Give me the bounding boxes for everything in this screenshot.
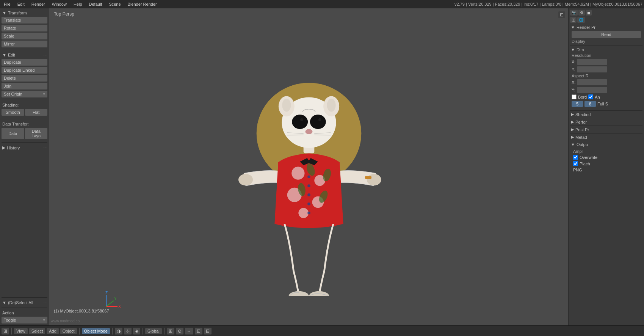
size-8-input[interactable] [584, 101, 596, 107]
r-divider-2 [570, 109, 642, 109]
engine-selector[interactable]: Blender Render [125, 2, 159, 6]
divider-5 [2, 297, 47, 298]
world-icon[interactable]: 🌐 [577, 17, 585, 23]
shading-label: Shading: [2, 102, 47, 108]
viewport[interactable]: Top Persp [49, 8, 568, 325]
metadata-collapse[interactable]: ▶ Metad [570, 133, 642, 141]
render-section-header[interactable]: ▼ Render Pr [570, 24, 642, 30]
res-y-label: Y: [572, 67, 575, 72]
smooth-button[interactable]: Smooth [2, 109, 24, 116]
snapping-icon[interactable]: ⊞ [167, 328, 174, 334]
res-x-row: X: [570, 58, 642, 66]
placeholders-checkbox[interactable] [573, 161, 578, 166]
dimensions-header[interactable]: ▼ Dim [570, 47, 642, 53]
ampl-label: Ampl [572, 149, 641, 154]
divider-3 [2, 119, 47, 119]
svg-text:X: X [118, 305, 121, 309]
duplicate-linked-button[interactable]: Duplicate Linked [2, 67, 47, 74]
res-y-input[interactable] [577, 66, 607, 72]
anti-alias-checkbox[interactable] [588, 94, 593, 99]
flat-button[interactable]: Flat [25, 109, 48, 116]
format-row: PNG [572, 167, 641, 173]
settings-icon[interactable]: ⚙ [578, 10, 585, 16]
border-checkbox[interactable] [572, 94, 577, 99]
size-5-input[interactable] [572, 101, 583, 107]
history-section-header[interactable]: ▶ History ··· [2, 144, 47, 151]
menu-render[interactable]: Render [29, 2, 47, 6]
pivot-icon[interactable]: ⊹ [124, 328, 132, 334]
timeline-icon[interactable]: ⊟ [204, 328, 212, 334]
mode-selector[interactable]: Default [87, 2, 105, 6]
dim-label: Dim [577, 47, 584, 52]
viewport-shading-icon[interactable]: ◑ [115, 328, 122, 334]
render-region-icon[interactable]: ⊡ [195, 328, 202, 334]
view-menu[interactable]: View [14, 328, 28, 334]
res-x-input[interactable] [577, 59, 607, 65]
scale-button[interactable]: Scale [2, 33, 47, 39]
shading-collapse[interactable]: ▶ Shadind [570, 110, 642, 118]
translate-button[interactable]: Translate [2, 17, 47, 24]
render-properties-icon[interactable]: ◼ [586, 10, 592, 16]
anti-alias-label: An [595, 95, 600, 99]
global-selector[interactable]: Global [145, 328, 162, 334]
output-label: Outpu [577, 142, 588, 147]
menu-window[interactable]: Window [50, 2, 69, 6]
aspect-y-row: Y: [570, 86, 642, 94]
select-menu[interactable]: Select [29, 328, 45, 334]
perform-collapse[interactable]: ▶ Perfor [570, 118, 642, 126]
delete-button[interactable]: Delete [2, 75, 47, 82]
transform-orientation-icon[interactable]: ◈ [133, 328, 140, 334]
divider-6 [2, 308, 47, 308]
add-menu[interactable]: Add [47, 328, 59, 334]
aspect-x-label: X: [572, 80, 575, 85]
history-label: History [7, 146, 20, 150]
render-button[interactable]: Rend [572, 31, 641, 38]
deselect-arrow: ▼ [2, 300, 6, 305]
data-layers-button[interactable]: Data Layo [25, 128, 48, 139]
menu-edit[interactable]: Edit [15, 2, 27, 6]
perform-label: Perfor [575, 120, 587, 124]
perform-arrow: ▶ [571, 119, 574, 124]
transform-section-header[interactable]: ▼ Transform [2, 10, 47, 16]
overwrite-label: Overwrite [580, 155, 597, 160]
right-sidebar: 📷 ⚙ ◼ ◫ 🌐 ▼ Render Pr Rend Display ▼ Dim… [568, 8, 644, 325]
post-pro-collapse[interactable]: ▶ Post Pr [570, 126, 642, 133]
aspect-x-input[interactable] [577, 79, 607, 85]
divider-4 [2, 142, 47, 143]
edit-label: Edit [8, 53, 15, 57]
edit-arrow: ▼ [2, 53, 6, 57]
deselect-label: (De)Select All [8, 300, 33, 305]
set-origin-button[interactable]: Set Origin ▾ [2, 91, 47, 97]
svg-point-24 [310, 115, 326, 129]
camera-render-icon[interactable]: 📷 [570, 10, 578, 16]
proportional-edit-icon[interactable]: ⊙ [176, 328, 183, 334]
coord-info: (1) MyObject.00013.81f58067 [54, 309, 109, 313]
overwrite-checkbox[interactable] [573, 155, 578, 160]
metadata-label: Metad [575, 135, 587, 140]
object-mode-selector[interactable]: Object Mode [82, 328, 110, 334]
bottom-icon-1[interactable]: ⊞ [2, 328, 9, 334]
mirror-button[interactable]: Mirror [2, 41, 47, 47]
rotate-button[interactable]: Rotate [2, 25, 47, 31]
scene-selector[interactable]: Scene [107, 2, 123, 6]
edit-section-header[interactable]: ▼ Edit ··· [2, 52, 47, 58]
toggle-arrow: ▾ [43, 318, 45, 322]
svg-point-13 [307, 184, 310, 187]
material-icon[interactable]: ◫ [570, 17, 577, 23]
toggle-button[interactable]: Toggle ▾ [2, 317, 47, 323]
aspect-y-input[interactable] [577, 87, 607, 93]
shading-col-label: Shadind [575, 112, 591, 117]
output-collapse[interactable]: ▼ Outpu [570, 141, 642, 148]
object-menu[interactable]: Object [60, 328, 77, 334]
join-button[interactable]: Join [2, 83, 47, 89]
svg-point-7 [298, 208, 309, 218]
deselect-header[interactable]: ▼ (De)Select All ··· [2, 300, 47, 306]
menu-help[interactable]: Help [71, 2, 85, 6]
manipulator-icon[interactable]: ↔ [185, 328, 193, 334]
right-sidebar-icon-row: 📷 ⚙ ◼ [570, 10, 642, 16]
fullscreen-icon[interactable]: ⊡ [558, 11, 565, 18]
menu-file[interactable]: File [2, 2, 13, 6]
duplicate-button[interactable]: Duplicate [2, 59, 47, 66]
r-divider-1 [570, 45, 642, 46]
data-button[interactable]: Data [2, 128, 24, 139]
